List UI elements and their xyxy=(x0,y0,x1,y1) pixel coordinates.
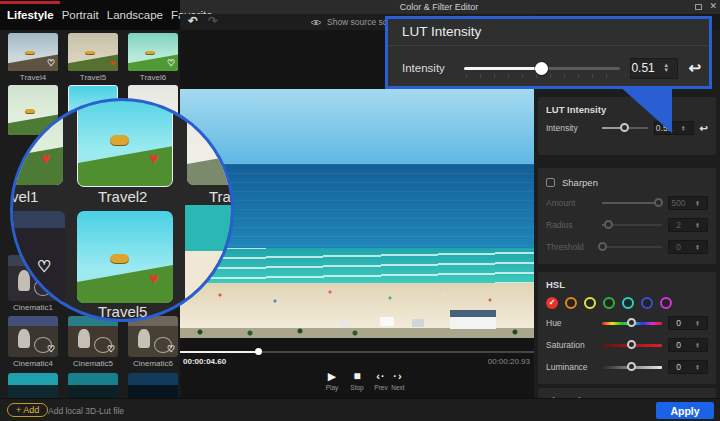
spinner[interactable] xyxy=(688,222,707,229)
lut-item-partial[interactable] xyxy=(8,373,58,398)
spinner[interactable] xyxy=(688,320,707,327)
slider-handle[interactable] xyxy=(535,62,548,75)
video-shore xyxy=(180,328,534,338)
threshold-value-box[interactable]: 0 xyxy=(668,240,708,254)
add-lut-button[interactable]: + Add xyxy=(7,403,48,417)
lut-thumbnail xyxy=(68,316,118,357)
amount-value-box[interactable]: 500 xyxy=(668,196,708,210)
video-hut xyxy=(412,319,424,327)
lut-item-travel4[interactable]: Travel4 xyxy=(8,33,58,82)
active-tab-indicator xyxy=(0,1,60,4)
undo-icon[interactable] xyxy=(188,14,198,28)
timeline-handle[interactable] xyxy=(255,348,262,355)
apply-button[interactable]: Apply xyxy=(656,402,714,419)
section-title: LUT Intensity xyxy=(538,97,716,117)
lut-intensity-callout: LUT Intensity Intensity 0.51 xyxy=(385,16,712,89)
magnified-thumbnail-travel5[interactable] xyxy=(77,211,173,303)
hsl-section: HSL Hue 0 Saturation 0 Luminan xyxy=(538,272,716,384)
play-button[interactable]: Play xyxy=(319,369,345,391)
radius-slider[interactable] xyxy=(602,224,662,226)
favorite-heart-icon[interactable] xyxy=(107,345,115,354)
slider-handle[interactable] xyxy=(627,340,636,349)
saturation-slider[interactable] xyxy=(602,344,662,347)
category-tab-bar: Lifestyle Portrait Landscape Favorite xyxy=(0,0,180,30)
redo-icon[interactable] xyxy=(208,14,218,28)
threshold-slider[interactable] xyxy=(602,246,662,248)
timeline-track[interactable] xyxy=(180,351,534,353)
slider-handle[interactable] xyxy=(620,123,629,132)
video-surf xyxy=(180,248,534,283)
luminance-slider[interactable] xyxy=(602,366,662,369)
lut-thumbnail xyxy=(8,373,58,398)
magnified-label-travel5: Travel5 xyxy=(98,303,147,320)
slider-handle[interactable] xyxy=(604,220,613,229)
magnifier-overlay: Travel1 Travel2 Travel3 Travel5 xyxy=(10,98,234,322)
lut-thumbnail xyxy=(128,373,178,398)
slider-handle[interactable] xyxy=(627,318,636,327)
swatch-yellow[interactable] xyxy=(584,297,596,309)
intensity-value-box[interactable]: 0.51 xyxy=(654,121,694,135)
tab-landscape[interactable]: Landscape xyxy=(107,9,163,21)
lut-item-travel6[interactable]: Travel6 xyxy=(128,33,178,82)
callout-title: LUT Intensity xyxy=(402,24,481,39)
tab-portrait[interactable]: Portrait xyxy=(62,9,99,21)
sharpen-label: Sharpen xyxy=(562,177,598,188)
favorite-heart-icon[interactable] xyxy=(110,59,115,68)
spinner[interactable] xyxy=(688,244,707,251)
video-hut xyxy=(340,321,350,328)
favorite-heart-icon xyxy=(149,151,159,167)
magnified-thumbnail-travel2-selected[interactable] xyxy=(77,98,173,187)
play-icon xyxy=(319,369,345,383)
lut-item-partial[interactable] xyxy=(68,373,118,398)
favorite-heart-icon[interactable] xyxy=(167,59,175,68)
swatch-green[interactable] xyxy=(603,297,615,309)
favorite-heart-icon[interactable] xyxy=(167,345,175,354)
spinner[interactable] xyxy=(674,125,693,132)
luminance-value-box[interactable]: 0 xyxy=(668,360,708,374)
tab-lifestyle[interactable]: Lifestyle xyxy=(7,9,54,21)
swatch-magenta[interactable] xyxy=(660,297,672,309)
lut-item-travel5[interactable]: Travel5 xyxy=(68,33,118,82)
swatch-red-selected[interactable] xyxy=(546,297,558,309)
intensity-slider[interactable] xyxy=(602,127,648,129)
hue-slider[interactable] xyxy=(602,322,662,325)
favorite-heart-icon xyxy=(37,259,51,275)
amount-slider[interactable] xyxy=(602,202,662,204)
spinner[interactable] xyxy=(655,63,678,73)
current-time: 00:00:04.60 xyxy=(183,357,226,366)
spinner[interactable] xyxy=(688,200,707,207)
spinner[interactable] xyxy=(688,342,707,349)
callout-intensity-slider[interactable] xyxy=(464,61,620,75)
magnified-label-travel3: Travel3 xyxy=(209,188,234,205)
maximize-icon[interactable] xyxy=(695,4,702,10)
close-icon[interactable]: ✕ xyxy=(709,1,717,12)
radius-value-box[interactable]: 2 xyxy=(668,218,708,232)
app-window: Color & Filter Editor ✕ Lifestyle Portra… xyxy=(0,0,720,421)
add-lut-hint: Add local 3D-Lut file xyxy=(48,406,124,416)
spinner[interactable] xyxy=(688,364,707,371)
lut-intensity-section: LUT Intensity Intensity 0.51 xyxy=(538,97,716,155)
favorite-heart-icon[interactable] xyxy=(47,59,55,68)
lut-item-cinematic5[interactable]: Cinematic5 xyxy=(68,316,118,368)
swatch-orange[interactable] xyxy=(565,297,577,309)
swatch-blue[interactable] xyxy=(641,297,653,309)
saturation-value-box[interactable]: 0 xyxy=(668,338,708,352)
swatch-cyan[interactable] xyxy=(622,297,634,309)
callout-value-box[interactable]: 0.51 xyxy=(630,58,678,79)
slider-handle[interactable] xyxy=(627,362,636,371)
slider-handle[interactable] xyxy=(654,198,663,207)
lut-item-cinematic6[interactable]: Cinematic6 xyxy=(128,316,178,368)
hue-value-box[interactable]: 0 xyxy=(668,316,708,330)
stop-button[interactable]: Stop xyxy=(344,369,370,391)
reset-icon[interactable] xyxy=(700,123,708,134)
slider-handle[interactable] xyxy=(598,242,607,251)
hsl-color-swatches xyxy=(538,292,716,312)
favorite-heart-icon[interactable] xyxy=(47,345,55,354)
sharpen-checkbox[interactable] xyxy=(546,178,555,187)
lut-item-cinematic4[interactable]: Cinematic4 xyxy=(8,316,58,368)
lut-item-partial[interactable] xyxy=(128,373,178,398)
sharpen-section: Sharpen Amount 500 Radius 2 Threshold 0 xyxy=(538,168,716,264)
favorite-heart-icon xyxy=(41,151,51,167)
next-button[interactable]: Next xyxy=(385,369,411,391)
reset-icon[interactable] xyxy=(688,59,701,77)
